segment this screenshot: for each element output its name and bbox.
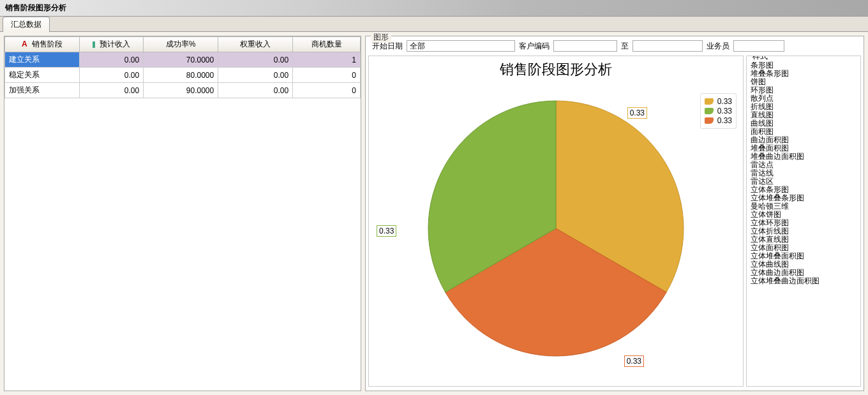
to-input[interactable]: [632, 40, 703, 52]
chart-title: 销售阶段图形分析: [369, 56, 743, 79]
legend-text: 0.33: [717, 97, 732, 106]
cell-weighted: 0.00: [218, 68, 293, 83]
chart-panel-legend: 图形: [371, 32, 391, 43]
swatch-icon: [705, 117, 714, 124]
table-header-row: A 销售阶段 预计收入 成功率% 权重收入 商机数量: [5, 37, 361, 52]
legend-item[interactable]: 0.33: [705, 116, 732, 125]
style-box-legend: 样式: [751, 56, 770, 62]
legend-item[interactable]: 0.33: [705, 107, 732, 116]
data-label: 0.33: [377, 225, 396, 237]
content-area: A 销售阶段 预计收入 成功率% 权重收入 商机数量 建立关系 0.00 7: [0, 32, 868, 395]
cell-stage: 加强关系: [5, 83, 80, 98]
style-box: 样式 条形图堆叠条形图饼图环形图散列点折线图直线图曲线图面积图曲边面积图堆叠面积…: [746, 56, 861, 387]
col-weighted[interactable]: 权重收入: [218, 37, 293, 52]
bar-icon: [93, 41, 95, 48]
cell-weighted: 0.00: [218, 52, 293, 68]
cell-opp: 1: [293, 52, 361, 68]
data-table: A 销售阶段 预计收入 成功率% 权重收入 商机数量 建立关系 0.00 7: [4, 36, 361, 98]
cell-rate: 90.0000: [144, 83, 218, 98]
col-stage[interactable]: A 销售阶段: [5, 37, 80, 52]
col-rate[interactable]: 成功率%: [144, 37, 218, 52]
tab-label: 汇总数据: [11, 20, 41, 29]
chart-panel: 图形 开始日期 客户编码 至 业务员 销售阶段图形分析 0.33: [365, 36, 864, 391]
start-date-input[interactable]: [407, 40, 515, 52]
cell-opp: 0: [293, 68, 361, 83]
pie-chart: [415, 88, 696, 369]
salesperson-label: 业务员: [707, 41, 730, 52]
data-panel: A 销售阶段 预计收入 成功率% 权重收入 商机数量 建立关系 0.00 7: [4, 36, 361, 391]
legend-text: 0.33: [717, 116, 732, 125]
legend-text: 0.33: [717, 107, 732, 116]
cell-weighted: 0.00: [218, 83, 293, 98]
table-row[interactable]: 建立关系 0.00 70.0000 0.00 1: [5, 52, 361, 68]
swatch-icon: [705, 108, 714, 114]
sort-icon: A: [22, 40, 27, 48]
style-list-item[interactable]: 堆叠条形图: [751, 70, 857, 78]
table-row[interactable]: 加强关系 0.00 90.0000 0.00 0: [5, 83, 361, 98]
cell-expected: 0.00: [79, 52, 143, 68]
style-list-item[interactable]: 立体堆叠曲边面积图: [751, 277, 857, 285]
cell-rate: 80.0000: [144, 68, 218, 83]
tab-summary[interactable]: 汇总数据: [3, 17, 50, 32]
cell-stage: 建立关系: [5, 52, 80, 68]
tabs-bar: 汇总数据: [0, 17, 868, 32]
cell-expected: 0.00: [79, 83, 143, 98]
data-label: 0.33: [624, 355, 644, 367]
cell-stage: 稳定关系: [5, 68, 80, 83]
cell-opp: 0: [293, 83, 361, 98]
filter-row: 开始日期 客户编码 至 业务员: [366, 36, 864, 56]
style-list: 条形图堆叠条形图饼图环形图散列点折线图直线图曲线图面积图曲边面积图堆叠面积图堆叠…: [747, 56, 860, 290]
cell-expected: 0.00: [79, 68, 143, 83]
data-label: 0.33: [627, 107, 647, 119]
chart-box: 销售阶段图形分析 0.33 0.33 0.33: [368, 56, 744, 387]
cust-code-label: 客户编码: [519, 41, 550, 52]
swatch-icon: [705, 98, 714, 105]
cell-rate: 70.0000: [144, 52, 218, 68]
legend-item[interactable]: 0.33: [705, 97, 732, 106]
right-body: 销售阶段图形分析 0.33 0.33 0.33: [366, 56, 864, 389]
cust-code-input[interactable]: [553, 40, 617, 52]
to-label: 至: [621, 41, 629, 52]
window-title: 销售阶段图形分析: [5, 3, 66, 13]
window-title-bar: 销售阶段图形分析: [0, 0, 868, 17]
col-opp[interactable]: 商机数量: [293, 37, 361, 52]
col-expected[interactable]: 预计收入: [79, 37, 143, 52]
salesperson-input[interactable]: [733, 40, 784, 52]
table-row[interactable]: 稳定关系 0.00 80.0000 0.00 0: [5, 68, 361, 83]
chart-legend: 0.33 0.33 0.33: [700, 93, 737, 129]
